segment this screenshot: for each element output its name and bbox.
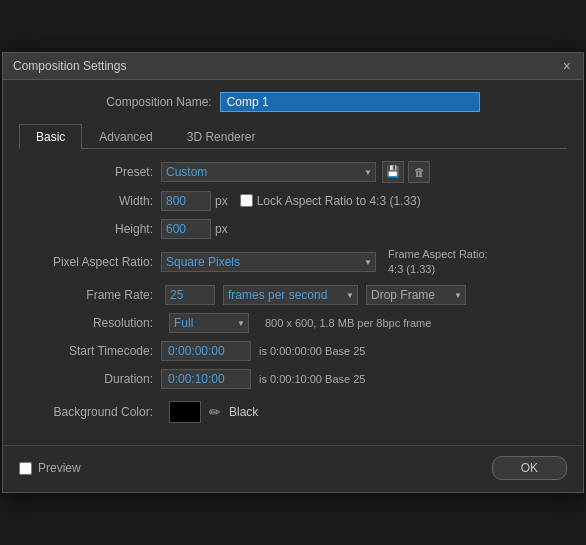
duration-row: Duration: is 0:00:10:00 Base 25 [23, 369, 563, 389]
close-button[interactable]: × [561, 59, 573, 73]
duration-note: is 0:00:10:00 Base 25 [259, 373, 365, 385]
ok-button[interactable]: OK [492, 456, 567, 480]
drop-frame-select[interactable]: Drop Frame Non-Drop Frame [366, 285, 466, 305]
width-input[interactable] [161, 191, 211, 211]
dialog-title: Composition Settings [13, 59, 126, 73]
preview-checkbox[interactable] [19, 462, 32, 475]
background-color-swatch[interactable] [169, 401, 201, 423]
frame-aspect-info: Frame Aspect Ratio: 4:3 (1.33) [388, 247, 488, 278]
eyedropper-button[interactable]: ✏ [209, 404, 221, 420]
lock-aspect-checkbox[interactable] [240, 194, 253, 207]
width-label: Width: [23, 194, 153, 208]
preset-save-button[interactable]: 💾 [382, 161, 404, 183]
pixel-aspect-select[interactable]: Square Pixels D1/DV NTSC D1/DV PAL [161, 252, 376, 272]
fps-select[interactable]: frames per second [223, 285, 358, 305]
tab-basic[interactable]: Basic [19, 124, 82, 149]
duration-label: Duration: [23, 372, 153, 386]
lock-aspect-label[interactable]: Lock Aspect Ratio to 4:3 (1.33) [240, 194, 421, 208]
tab-advanced[interactable]: Advanced [82, 124, 169, 149]
height-input[interactable] [161, 219, 211, 239]
preset-delete-button[interactable]: 🗑 [408, 161, 430, 183]
height-label: Height: [23, 222, 153, 236]
tab-3d-renderer[interactable]: 3D Renderer [170, 124, 273, 149]
width-row: Width: px Lock Aspect Ratio to 4:3 (1.33… [23, 191, 563, 211]
color-name: Black [229, 405, 258, 419]
pixel-aspect-row: Pixel Aspect Ratio: Square Pixels D1/DV … [23, 247, 563, 278]
comp-name-label: Composition Name: [106, 95, 211, 109]
resolution-label: Resolution: [23, 316, 153, 330]
start-timecode-label: Start Timecode: [23, 344, 153, 358]
start-timecode-row: Start Timecode: is 0:00:00:00 Base 25 [23, 341, 563, 361]
comp-name-input[interactable] [220, 92, 480, 112]
start-timecode-note: is 0:00:00:00 Base 25 [259, 345, 365, 357]
start-timecode-input[interactable] [161, 341, 251, 361]
title-bar: Composition Settings × [3, 53, 583, 80]
duration-input[interactable] [161, 369, 251, 389]
background-color-label: Background Color: [23, 405, 153, 419]
height-unit: px [215, 222, 228, 236]
preset-select[interactable]: Custom HDTV 1080 24 HDTV 720 29.97 [161, 162, 376, 182]
resolution-select[interactable]: Full Half Third Quarter Custom [169, 313, 249, 333]
frame-rate-input[interactable] [165, 285, 215, 305]
preview-checkbox-label[interactable]: Preview [19, 461, 81, 475]
lock-aspect-text: Lock Aspect Ratio to 4:3 (1.33) [257, 194, 421, 208]
pixel-aspect-label: Pixel Aspect Ratio: [23, 255, 153, 269]
basic-tab-content: Preset: Custom HDTV 1080 24 HDTV 720 29.… [19, 161, 567, 424]
height-row: Height: px [23, 219, 563, 239]
tabs-bar: Basic Advanced 3D Renderer [19, 124, 567, 149]
composition-settings-dialog: Composition Settings × Composition Name:… [2, 52, 584, 494]
frame-rate-label: Frame Rate: [23, 288, 153, 302]
preset-label: Preset: [23, 165, 153, 179]
frame-rate-row: Frame Rate: frames per second Drop Frame… [23, 285, 563, 305]
preset-icons: 💾 🗑 [382, 161, 430, 183]
preset-row: Preset: Custom HDTV 1080 24 HDTV 720 29.… [23, 161, 563, 183]
eyedropper-icon: ✏ [209, 404, 221, 420]
width-unit: px [215, 194, 228, 208]
resolution-info: 800 x 600, 1.8 MB per 8bpc frame [265, 317, 431, 329]
background-color-row: Background Color: ✏ Black [23, 401, 563, 423]
dialog-body: Composition Name: Basic Advanced 3D Rend… [3, 80, 583, 436]
resolution-row: Resolution: Full Half Third Quarter Cust… [23, 313, 563, 333]
preview-label: Preview [38, 461, 81, 475]
comp-name-row: Composition Name: [19, 92, 567, 112]
dialog-footer: Preview OK [3, 445, 583, 492]
